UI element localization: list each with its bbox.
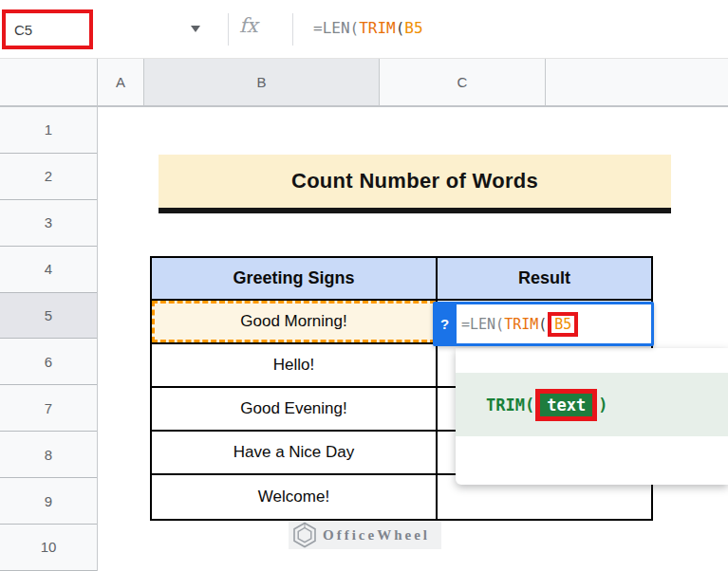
tooltip-close-paren: ) [598, 396, 607, 414]
formula-prefix: =LEN( [461, 316, 504, 333]
row-header-1[interactable]: 1 [0, 107, 97, 154]
name-box[interactable]: C5 [6, 22, 32, 38]
marching-ants-selection: Good Morning! [152, 301, 436, 342]
row-header-3[interactable]: 3 [0, 200, 97, 247]
table-header-greeting-signs[interactable]: Greeting Signs [152, 258, 438, 301]
name-box-annotation: C5 [2, 9, 93, 49]
watermark-text: OfficeWheel [323, 527, 430, 543]
cell-b8[interactable]: Have a Nice Day [152, 432, 438, 475]
column-header-c[interactable]: C [380, 59, 546, 107]
toolbar-divider [292, 13, 293, 46]
toolbar-divider [228, 13, 229, 46]
active-parameter: text [540, 394, 592, 416]
formula-bar-input[interactable]: =LEN(TRIM(B5 [313, 19, 423, 37]
table-header-result[interactable]: Result [438, 258, 651, 301]
cell-b6[interactable]: Hello! [152, 344, 438, 388]
row-header-5[interactable]: 5 [0, 293, 97, 340]
reference-annotation-box: B5 [548, 312, 578, 337]
formula-help-popup: TRIM(text) [456, 348, 728, 485]
column-header-d[interactable] [546, 59, 728, 107]
column-header-b[interactable]: B [144, 59, 380, 107]
cell-b7[interactable]: Good Evening! [152, 388, 438, 432]
row-header-2[interactable]: 2 [0, 154, 97, 200]
row-header-7[interactable]: 7 [0, 385, 97, 432]
param-annotation-box: text [535, 389, 597, 421]
row-headers: 1 2 3 4 5 6 7 8 9 10 [0, 107, 98, 571]
row-header-8[interactable]: 8 [0, 432, 97, 478]
formula-function: TRIM [359, 19, 396, 37]
cell-b9[interactable]: Welcome! [152, 475, 438, 519]
hexagon-logo-icon [292, 522, 317, 548]
cell-b5-value: Good Morning! [240, 312, 346, 331]
formula-reference: B5 [404, 19, 422, 37]
row-header-9[interactable]: 9 [0, 478, 97, 525]
formula-paren: ( [538, 316, 547, 333]
cell-editor-text: =LEN(TRIM(B5 [461, 312, 578, 337]
spreadsheet-app: C5 fx =LEN(TRIM(B5 A B C 1 2 3 4 5 6 7 8… [0, 0, 728, 571]
officewheel-watermark: OfficeWheel [289, 521, 441, 549]
table-header-row: Greeting Signs Result [152, 258, 651, 301]
cell-editor-c5[interactable]: ? =LEN(TRIM(B5 [433, 302, 654, 346]
formula-reference: B5 [554, 316, 571, 333]
sheet-title-cell[interactable]: Count Number of Words [159, 155, 671, 213]
row-header-4[interactable]: 4 [0, 247, 97, 293]
cell-b5[interactable]: Good Morning! [152, 301, 438, 344]
row-header-10[interactable]: 10 [0, 525, 97, 571]
formula-prefix: =LEN( [313, 19, 359, 37]
row-header-6[interactable]: 6 [0, 339, 97, 385]
formula-function: TRIM [504, 316, 538, 333]
column-headers: A B C [0, 59, 728, 107]
formula-signature: TRIM(text) [456, 373, 728, 436]
chevron-down-icon[interactable] [191, 26, 200, 32]
tooltip-function-name: TRIM( [486, 396, 534, 414]
select-all-corner[interactable] [0, 59, 98, 107]
formula-help-toggle[interactable]: ? [433, 302, 457, 346]
column-header-a[interactable]: A [98, 59, 144, 107]
fx-icon: fx [239, 14, 258, 37]
formula-paren: ( [396, 19, 405, 37]
formula-toolbar: C5 fx =LEN(TRIM(B5 [0, 0, 728, 59]
